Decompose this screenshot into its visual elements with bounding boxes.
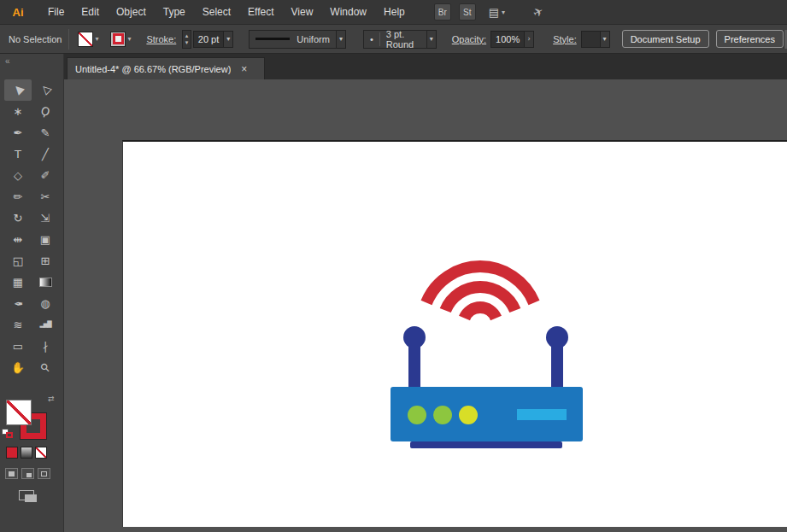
led-light-2[interactable] — [433, 406, 452, 424]
style-chevron[interactable]: ▾ — [601, 31, 610, 48]
eyedropper-tool[interactable]: ✒ — [4, 293, 32, 314]
document-tab-bar: Untitled-4* @ 66.67% (RGB/Preview) × — [64, 54, 787, 79]
slice-tool[interactable]: ∤ — [32, 336, 59, 357]
canvas-area[interactable] — [64, 79, 787, 532]
swap-fill-stroke-icon[interactable]: ⇄ — [48, 395, 55, 403]
shape-tool[interactable]: ◇ — [4, 165, 32, 186]
gradient-tool-icon — [39, 278, 52, 287]
brush-chevron[interactable]: ▾ — [427, 30, 437, 49]
screen-mode-button[interactable] — [19, 490, 39, 504]
draw-inside-button[interactable] — [38, 468, 50, 479]
width-tool[interactable]: ⇹ — [4, 229, 32, 250]
free-transform-tool[interactable]: ▣ — [32, 229, 59, 250]
blend-tool[interactable]: ◍ — [32, 293, 59, 314]
hand-tool[interactable]: ✋ — [4, 357, 32, 378]
symbol-sprayer-tool[interactable]: ≋ — [4, 314, 32, 336]
wifi-signal-inner-arc[interactable] — [465, 307, 496, 318]
scissors-tool[interactable]: ✂ — [32, 186, 59, 208]
opacity-chevron[interactable]: › — [525, 31, 534, 48]
symbol-sprayer-tool-icon: ≋ — [14, 319, 23, 330]
chevron-down-icon[interactable]: ▾ — [95, 35, 98, 43]
document-setup-button[interactable]: Document Setup — [622, 30, 709, 48]
gpu-performance-icon[interactable]: ✈ — [531, 3, 546, 20]
direct-selection-tool-icon: ▷ — [38, 83, 52, 96]
menu-help[interactable]: Help — [375, 0, 414, 24]
fill-swatch[interactable] — [6, 400, 32, 425]
stroke-color-swatch[interactable] — [110, 32, 126, 47]
artboard-tool[interactable]: ▭ — [4, 336, 32, 357]
opacity-field[interactable]: 100% — [490, 31, 525, 48]
menu-effect[interactable]: Effect — [239, 0, 282, 24]
none-mode-button[interactable] — [35, 447, 47, 459]
draw-inside-icon — [41, 471, 47, 476]
pen-tool[interactable]: ✒ — [4, 122, 32, 143]
menu-file[interactable]: File — [39, 0, 73, 24]
width-profile-chevron[interactable]: ▾ — [337, 30, 346, 49]
draw-behind-button[interactable] — [21, 468, 34, 479]
stroke-weight-stepper[interactable]: ▴ ▾ — [182, 30, 191, 49]
line-segment-tool[interactable]: ╱ — [32, 143, 59, 165]
fill-color-control[interactable]: ▾ — [78, 32, 98, 47]
led-light-1[interactable] — [408, 406, 426, 424]
column-graph-tool[interactable]: ▂▅█ — [32, 314, 59, 336]
menu-type[interactable]: Type — [155, 0, 194, 24]
bridge-button[interactable]: Br — [434, 3, 451, 20]
shape-builder-tool[interactable]: ◱ — [4, 250, 32, 272]
stroke-weight-dropdown[interactable]: ▾ — [224, 31, 233, 48]
stock-button[interactable]: St — [459, 3, 476, 20]
pencil-tool[interactable]: ✏ — [4, 186, 32, 208]
stroke-label[interactable]: Stroke: — [146, 34, 176, 44]
panel-dock-icon[interactable] — [784, 30, 787, 49]
default-swatches-icon[interactable] — [2, 429, 14, 439]
direct-selection-tool[interactable]: ▷ — [32, 79, 59, 101]
brush-name: 3 pt. Round — [386, 29, 420, 50]
menu-view[interactable]: View — [283, 0, 322, 24]
document-tab[interactable]: Untitled-4* @ 66.67% (RGB/Preview) × — [67, 57, 265, 79]
app-logo[interactable]: Ai — [7, 3, 29, 20]
scale-tool[interactable]: ⇲ — [32, 208, 59, 229]
router-panel[interactable] — [517, 409, 567, 420]
brush-definition-dropdown[interactable]: • 3 pt. Round — [363, 30, 427, 49]
lasso-tool[interactable]: Ϙ — [32, 101, 59, 122]
antenna-left-tip[interactable] — [403, 326, 426, 348]
chevron-down-icon[interactable]: ▾ — [127, 35, 131, 43]
gradient-mode-button[interactable] — [21, 447, 32, 459]
color-mode-button[interactable] — [6, 447, 18, 459]
style-label[interactable]: Style: — [553, 34, 577, 44]
mesh-tool[interactable]: ▦ — [4, 272, 32, 293]
selection-tool[interactable]: ▶ — [4, 79, 32, 101]
led-light-3[interactable] — [459, 406, 478, 424]
artboard[interactable] — [122, 140, 787, 527]
preferences-button[interactable]: Preferences — [716, 30, 784, 48]
stepper-up-icon[interactable]: ▴ — [185, 32, 189, 39]
router-base[interactable] — [410, 441, 562, 448]
width-profile-dropdown[interactable]: Uniform — [249, 30, 337, 49]
menu-object[interactable]: Object — [108, 0, 155, 24]
opacity-label[interactable]: Opacity: — [452, 34, 486, 44]
stroke-weight-field[interactable]: 20 pt — [193, 31, 224, 48]
tab-close-icon[interactable]: × — [241, 63, 247, 75]
gradient-tool[interactable] — [32, 272, 59, 293]
panel-collapse-icon[interactable]: « — [5, 56, 10, 66]
menu-edit[interactable]: Edit — [73, 0, 108, 24]
style-field[interactable] — [581, 31, 601, 48]
perspective-grid-tool[interactable]: ⊞ — [32, 250, 59, 272]
type-tool[interactable]: T — [4, 143, 32, 165]
wifi-router-artwork[interactable] — [379, 248, 589, 453]
workspace-switcher[interactable]: ▤ ▾ — [489, 6, 505, 19]
magic-wand-tool[interactable]: ∗ — [4, 101, 32, 122]
rotate-tool[interactable]: ↻ — [4, 208, 32, 229]
menu-select[interactable]: Select — [194, 0, 239, 24]
fill-none-swatch[interactable] — [78, 32, 93, 47]
menu-window[interactable]: Window — [321, 0, 375, 24]
stroke-color-control[interactable]: ▾ — [110, 32, 131, 47]
draw-normal-button[interactable] — [5, 468, 18, 479]
stepper-down-icon[interactable]: ▾ — [185, 39, 189, 46]
antenna-right-tip[interactable] — [546, 326, 568, 348]
zoom-tool[interactable]: ⚲ — [32, 357, 59, 378]
curvature-tool[interactable]: ✎ — [32, 122, 59, 143]
artboard-tool-icon: ▭ — [13, 341, 23, 352]
perspective-grid-tool-icon: ⊞ — [41, 255, 50, 266]
paintbrush-tool[interactable]: ✐ — [32, 165, 59, 186]
workspace-layout-icon: ▤ — [489, 6, 499, 19]
